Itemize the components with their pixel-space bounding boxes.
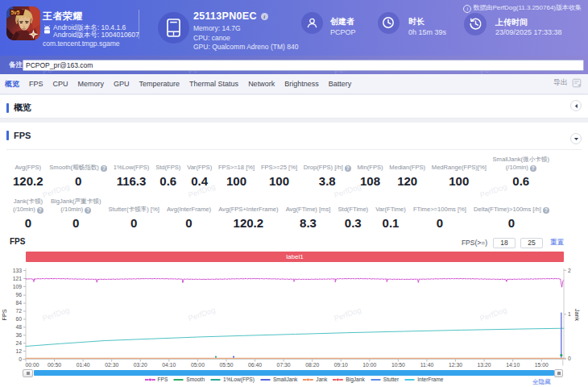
stat-label: Avg(FTime) [ms] [286,206,331,214]
reset-link[interactable]: 重置 [550,238,564,248]
help-icon[interactable]: ? [543,207,549,214]
stat-label: MedRange(FPS)[%] [432,164,487,172]
duration-label: 时长 [408,16,424,27]
svg-text:04:10: 04:10 [162,362,176,368]
svg-text:84: 84 [15,300,22,306]
fps-filter-label: FPS(>=) [462,239,487,247]
svg-text:07:30: 07:30 [277,362,291,368]
svg-text:72: 72 [15,308,22,314]
help-icon[interactable]: ? [37,207,43,214]
tab-brightness[interactable]: Brightness [280,80,324,88]
stat-label-line: (/10min)? [51,206,101,214]
svg-text:10:00: 10:00 [362,362,376,368]
tab-memory[interactable]: Memory [73,80,110,88]
tab-network[interactable]: Network [243,80,280,88]
help-icon[interactable]: ? [85,207,91,214]
stat-avg-fps-interframe-: Avg(FPS+InterFrame)120.2 [218,198,278,230]
stat-label: Drop(FPS) [/h]? [304,164,351,172]
section-marker [6,131,9,140]
stat-avg-ftime-ms-: Avg(FTime) [ms]8.3 [286,198,331,230]
fps-min-input[interactable] [493,238,516,248]
stat-label-line: Min(FPS) [358,164,383,172]
tab-thermal-status[interactable]: Thermal Status [184,80,243,88]
stat-label: BigJank(严重卡顿)(/10min)? [51,198,101,214]
help-icon[interactable]: ? [530,165,536,172]
legend-1-low-fps-[interactable]: 1%Low(FPS) [210,377,255,382]
tab-gpu[interactable]: GPU [109,80,135,88]
stat-label-line: Smooth(顺畅指数)? [49,164,107,172]
svg-text:48: 48 [15,324,22,330]
stat-value: 8.3 [300,216,317,230]
stat-label: 1%Low(FPS) [114,164,150,172]
svg-text:00:50: 00:50 [48,362,61,368]
tab-temperature[interactable]: Temperature [135,80,185,88]
legend-smooth[interactable]: Smooth [173,377,205,382]
stat-label-line: FTime>=100ms [%] [413,206,466,214]
help-icon[interactable]: ? [345,165,351,172]
stat-label: Std(FTime) [337,206,368,214]
hide-all-link[interactable]: 全隐藏 [532,378,551,386]
legend-jank[interactable]: Jank [303,377,327,382]
tab-fps[interactable]: FPS [24,80,48,88]
stat-value: 0 [130,216,137,230]
stat-std-fps-: Std(FPS)0.6 [155,156,180,188]
stat-smalljank-: SmallJank(微小卡顿)(/10min)?0.6 [493,156,549,188]
svg-text:09:10: 09:10 [334,362,348,368]
stat-label: Var(FPS) [187,164,212,172]
legend-stutter[interactable]: Stutter [371,377,399,382]
stat-fps-18-%-: FPS>=18 [%]100 [218,156,255,188]
fps-chart[interactable]: 0122436486072849610912113301200:0000:500… [0,262,588,368]
info-icon[interactable]: i [261,13,268,20]
creator-label: 创建者 [330,16,354,27]
stat-drop-fps-h-: Drop(FPS) [/h]?3.8 [304,156,351,188]
legend-label: InterFrame [417,377,443,382]
upload-time-value: 23/09/2025 17:33:38 [495,28,562,36]
stat-label-line: Std(FPS) [155,164,180,172]
svg-text:12: 12 [15,348,22,354]
fps-chart-title: FPS [10,237,25,246]
fps-stats-row-2: Jank(卡顿)(/10min)?0BigJank(严重卡顿)(/10min)?… [0,198,588,230]
legend-smalljank[interactable]: SmallJank [260,377,297,382]
stat-value: 0 [75,174,81,188]
svg-text:13:20: 13:20 [478,362,491,368]
stat-label-line: (/10min)? [13,206,43,214]
export-button[interactable]: 导出 [553,77,582,88]
scrollbar-track[interactable] [34,370,554,376]
legend-fps[interactable]: FPS [145,377,168,382]
stat-value: 0.6 [159,174,176,188]
stat-value: 116.3 [117,174,147,188]
stat-label-line: Delta(FTime)>100ms [/h]? [474,206,549,214]
fps-collapse-button[interactable] [570,133,582,144]
stat-median-fps-: Median(FPS)120 [389,156,425,188]
legend-interframe[interactable]: InterFrame [404,377,443,382]
event-marker [560,354,562,356]
legend-marker [173,378,184,381]
stat-label-line: Stutter(卡顿率) [%] [109,206,159,214]
device-cpu: CPU: canoe [193,34,230,42]
note-input[interactable] [23,60,584,71]
help-icon[interactable]: ? [101,165,107,172]
android-icon [43,24,51,35]
stat-value: 0.3 [345,216,362,230]
tab-battery[interactable]: Battery [324,80,357,88]
stat-label-line: SmallJank(微小卡顿) [493,156,549,164]
svg-text:121: 121 [13,276,23,281]
legend-bigjank[interactable]: BigJank [333,377,364,382]
overview-collapse-button[interactable] [570,100,582,111]
fps-max-input[interactable] [520,238,543,248]
app-icon: 5v5 [6,6,40,40]
legend-marker [210,378,221,381]
tab-overview[interactable]: 概览 [0,79,24,89]
stat-label-line: Avg(InterFrame) [167,206,211,214]
stat-label-line: BigJank(严重卡顿) [51,198,101,206]
stat-label-line: (/10min)? [493,164,549,172]
device-name: 25113PN0ECi [193,10,268,22]
svg-text:96: 96 [15,292,22,298]
tab-cpu[interactable]: CPU [48,80,73,88]
svg-text:60: 60 [15,316,22,322]
legend-marker [404,378,415,381]
arrow-left-icon [574,103,579,109]
duration-icon [378,12,400,34]
header: 5v5 王者荣耀 Android版本名: 10.4.1.6 Android版本号… [0,0,588,56]
svg-text:2: 2 [568,268,571,273]
